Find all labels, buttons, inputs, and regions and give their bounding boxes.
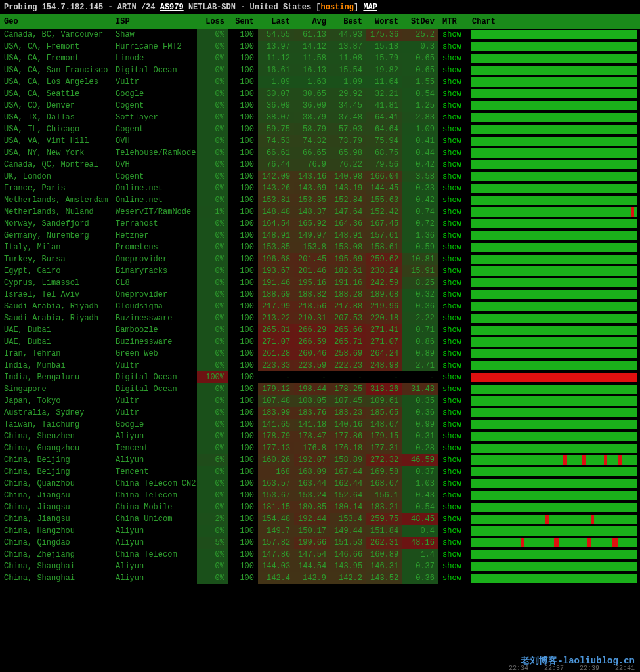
mtr-show-link[interactable]: show [438,88,468,100]
chart-cell [468,360,640,371]
mtr-show-link[interactable]: show [438,324,468,336]
table-header-row: GeoISPLossSentLastAvgBestWorstStDevMTRCh… [0,14,640,29]
probe-country: United States [250,3,312,12]
probe-header: Probing 154.7.182.145 - ARIN /24 AS979 N… [0,0,640,14]
col-geo[interactable]: Geo [0,14,112,29]
table-row: China, ShanghaiAliyun0%100142.4142.9142.… [0,572,640,584]
mtr-show-link[interactable]: show [438,371,468,383]
mtr-show-link[interactable]: show [438,466,468,478]
mtr-show-link[interactable]: show [438,336,468,348]
chart-cell [468,442,640,454]
mtr-show-link[interactable]: show [438,52,468,64]
probe-table: GeoISPLossSentLastAvgBestWorstStDevMTRCh… [0,14,640,584]
table-row: China, ShenzhenAliyun0%100178.79178.4717… [0,430,640,442]
mtr-show-link[interactable]: show [438,537,468,549]
chart-cell [468,218,640,230]
mtr-show-link[interactable]: show [438,454,468,466]
mtr-show-link[interactable]: show [438,76,468,88]
table-row: UAE, DubaiBuzinessware0%100271.07266.592… [0,336,640,348]
mtr-show-link[interactable]: show [438,100,468,112]
col-stdev[interactable]: StDev [402,14,438,29]
table-row: Iran, TehranGreen Web0%100261.28260.4625… [0,348,640,360]
probe-registry: ARIN [117,3,137,12]
col-chart[interactable]: Chart [468,14,640,29]
col-mtr[interactable]: MTR [438,14,468,29]
mtr-show-link[interactable]: show [438,301,468,312]
col-last[interactable]: Last [258,14,294,29]
table-row: Turkey, BursaOneprovider0%100196.68201.4… [0,253,640,265]
col-worst[interactable]: Worst [366,14,402,29]
mtr-show-link[interactable]: show [438,289,468,301]
mtr-show-link[interactable]: show [438,549,468,560]
mtr-show-link[interactable]: show [438,513,468,525]
mtr-show-link[interactable]: show [438,442,468,454]
col-sent[interactable]: Sent [228,14,258,29]
mtr-show-link[interactable]: show [438,478,468,490]
table-row: China, ShanghaiAliyun0%100144.03144.5414… [0,560,640,572]
mtr-show-link[interactable]: show [438,64,468,76]
table-row: China, QuanzhouChina Telecom CN20%100163… [0,478,640,490]
table-row: Canada, BC, VancouverShaw0%10054.5561.13… [0,29,640,41]
mtr-show-link[interactable]: show [438,265,468,277]
chart-cell [468,478,640,490]
chart-cell [468,395,640,407]
mtr-show-link[interactable]: show [438,501,468,513]
mtr-show-link[interactable]: show [438,206,468,218]
mtr-show-link[interactable]: show [438,348,468,360]
mtr-show-link[interactable]: show [438,560,468,572]
probe-prefix: Probing [4,3,37,12]
mtr-show-link[interactable]: show [438,572,468,584]
col-best[interactable]: Best [330,14,366,29]
asn-link[interactable]: AS979 [160,3,184,12]
mtr-show-link[interactable]: show [438,29,468,41]
table-row: China, ZhejiangChina Telecom0%100147.861… [0,549,640,560]
mtr-show-link[interactable]: show [438,383,468,395]
table-row: China, GuangzhouTencent0%100177.13176.81… [0,442,640,454]
chart-cell [468,407,640,419]
chart-cell [468,430,640,442]
chart-cell [468,549,640,560]
chart-cell [468,123,640,135]
table-row: Italy, MilanPrometeus0%100153.85153.8153… [0,242,640,253]
chart-cell [468,88,640,100]
mtr-show-link[interactable]: show [438,407,468,419]
table-row: China, HangzhouAliyun0%100149.7150.17149… [0,525,640,537]
mtr-show-link[interactable]: show [438,182,468,194]
table-row: Canada, QC, MontrealOVH0%10076.4476.976.… [0,159,640,171]
mtr-show-link[interactable]: show [438,123,468,135]
mtr-show-link[interactable]: show [438,135,468,147]
mtr-show-link[interactable]: show [438,312,468,324]
mtr-show-link[interactable]: show [438,218,468,230]
mtr-show-link[interactable]: show [438,419,468,430]
chart-cell [468,466,640,478]
mtr-show-link[interactable]: show [438,277,468,289]
col-isp[interactable]: ISP [112,14,197,29]
mtr-show-link[interactable]: show [438,194,468,206]
mtr-show-link[interactable]: show [438,253,468,265]
mtr-show-link[interactable]: show [438,147,468,159]
mtr-show-link[interactable]: show [438,430,468,442]
table-row: Netherlands, AmsterdamOnline.net0%100153… [0,194,640,206]
col-avg[interactable]: Avg [294,14,330,29]
probe-cidr: /24 [141,3,156,12]
table-row: Norway, SandefjordTerrahost0%100164.5416… [0,218,640,230]
mtr-show-link[interactable]: show [438,525,468,537]
chart-cell [468,41,640,52]
mtr-show-link[interactable]: show [438,242,468,253]
mtr-show-link[interactable]: show [438,112,468,123]
table-body: Canada, BC, VancouverShaw0%10054.5561.13… [0,29,640,584]
chart-cell [468,336,640,348]
mtr-show-link[interactable]: show [438,159,468,171]
chart-cell [468,277,640,289]
mtr-show-link[interactable]: show [438,360,468,371]
mtr-show-link[interactable]: show [438,230,468,242]
mtr-show-link[interactable]: show [438,490,468,501]
chart-cell [468,242,640,253]
table-row: UAE, DubaiBamboozle0%100265.81266.29265.… [0,324,640,336]
mtr-show-link[interactable]: show [438,171,468,182]
mtr-show-link[interactable]: show [438,395,468,407]
col-loss[interactable]: Loss [197,14,228,29]
map-link[interactable]: MAP [363,3,377,12]
mtr-show-link[interactable]: show [438,41,468,52]
chart-cell [468,572,640,584]
